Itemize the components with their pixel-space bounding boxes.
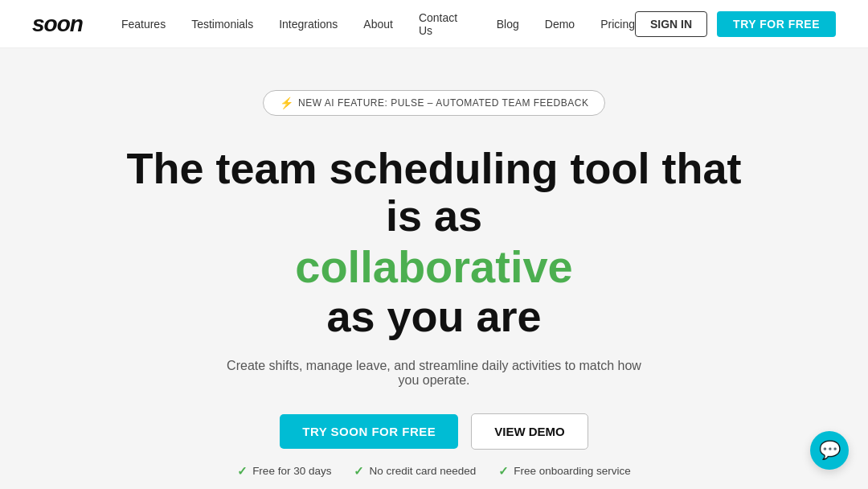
chat-icon: 💬: [819, 440, 841, 461]
nav-blog[interactable]: Blog: [497, 18, 519, 31]
nav-about[interactable]: About: [363, 18, 393, 31]
hero-section: ⚡ NEW AI FEATURE: PULSE – AUTOMATED TEAM…: [0, 48, 868, 489]
check-30-days: ✓ Free for 30 days: [237, 464, 331, 479]
try-for-free-nav-button[interactable]: TRY FOR FREE: [717, 11, 836, 37]
ai-badge[interactable]: ⚡ NEW AI FEATURE: PULSE – AUTOMATED TEAM…: [263, 90, 606, 116]
view-demo-button[interactable]: VIEW DEMO: [471, 413, 588, 450]
chat-bubble-button[interactable]: 💬: [810, 431, 849, 470]
check-label-3: Free onboarding service: [514, 465, 631, 477]
signin-button[interactable]: SIGN IN: [635, 11, 707, 37]
try-soon-free-button[interactable]: TRY SOON FOR FREE: [280, 414, 458, 449]
check-label-1: Free for 30 days: [252, 465, 331, 477]
hero-description: Create shifts, manage leave, and streaml…: [225, 359, 643, 388]
hero-title-line1: The team scheduling tool that is as: [113, 145, 755, 240]
check-icon-3: ✓: [498, 464, 509, 479]
navbar-actions: SIGN IN TRY FOR FREE: [635, 11, 836, 37]
nav-features[interactable]: Features: [121, 18, 166, 31]
check-label-2: No credit card needed: [369, 465, 476, 477]
check-icon-1: ✓: [237, 464, 248, 479]
ai-badge-text: NEW AI FEATURE: PULSE – AUTOMATED TEAM F…: [298, 97, 588, 109]
check-icon-2: ✓: [354, 464, 364, 479]
nav-pricing[interactable]: Pricing: [600, 18, 635, 31]
check-no-credit-card: ✓ No credit card needed: [354, 464, 476, 479]
check-onboarding: ✓ Free onboarding service: [498, 464, 631, 479]
nav-testimonials[interactable]: Testimonials: [191, 18, 253, 31]
nav-demo[interactable]: Demo: [545, 18, 575, 31]
hero-title-green: collaborative: [295, 242, 572, 292]
ai-badge-icon: ⚡: [280, 97, 294, 109]
nav-links: Features Testimonials Integrations About…: [121, 11, 635, 37]
hero-title-line2: as you are: [326, 293, 541, 340]
nav-contact[interactable]: Contact Us: [419, 11, 471, 37]
hero-buttons: TRY SOON FOR FREE VIEW DEMO: [280, 413, 588, 450]
hero-checks: ✓ Free for 30 days ✓ No credit card need…: [237, 464, 631, 479]
logo[interactable]: soon: [32, 11, 83, 37]
navbar: soon Features Testimonials Integrations …: [0, 0, 868, 48]
nav-integrations[interactable]: Integrations: [279, 18, 338, 31]
